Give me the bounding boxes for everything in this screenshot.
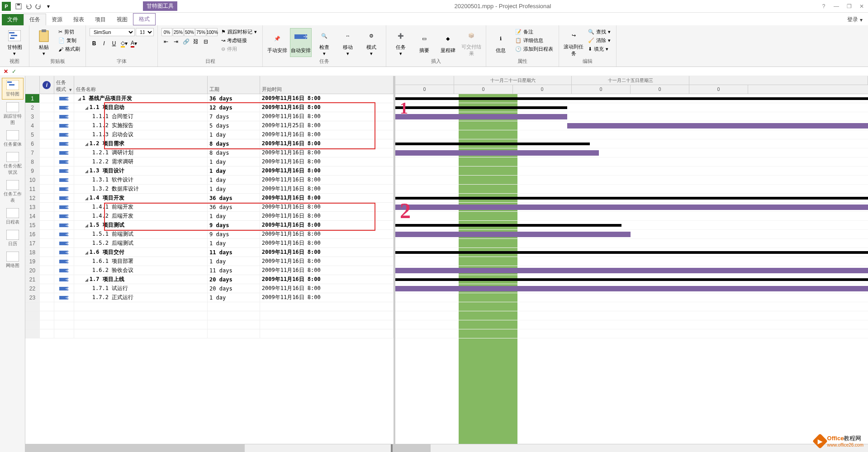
row-mode[interactable] xyxy=(54,221,74,229)
row-mode[interactable] xyxy=(54,176,74,184)
viewbar-task-sheet[interactable]: 任务工作表 xyxy=(2,178,24,205)
task-bar[interactable] xyxy=(395,205,868,210)
font-size-select[interactable]: 11 xyxy=(136,28,154,36)
paste-button[interactable]: 粘贴▾ xyxy=(33,28,55,57)
add-to-timeline-button[interactable]: 🕒添加到日程表 xyxy=(513,45,555,53)
row-start[interactable]: 2009年11月16日 8:00 xyxy=(260,284,394,293)
table-row[interactable]: 81.2.2 需求调研1 day2009年11月16日 8:00 xyxy=(25,157,394,167)
row-mode[interactable] xyxy=(54,103,74,112)
row-name[interactable]: 1.2.2 需求调研 xyxy=(74,157,208,166)
table-row[interactable]: 131.4.1 前端开发36 days2009年11月16日 8:00 xyxy=(25,203,394,212)
table-row[interactable]: 21◢1.7 项目上线20 days2009年11月16日 8:00 xyxy=(25,275,394,284)
row-number[interactable]: 22 xyxy=(25,284,40,293)
row-number[interactable]: 2 xyxy=(25,103,40,112)
row-duration[interactable]: 11 days xyxy=(208,266,260,275)
row-start[interactable]: 2009年11月16日 8:00 xyxy=(260,203,394,211)
link-button[interactable]: 🔗 xyxy=(181,37,190,46)
clear-button[interactable]: 🧹清除▾ xyxy=(586,37,612,44)
auto-schedule-button[interactable]: 自动安排 xyxy=(290,28,312,57)
details-button[interactable]: 📋详细信息 xyxy=(513,37,555,44)
row-duration[interactable]: 1 day xyxy=(208,257,260,266)
tab-resource[interactable]: 资源 xyxy=(46,14,68,25)
row-start[interactable]: 2009年11月16日 8:00 xyxy=(260,185,394,193)
header-info[interactable]: i xyxy=(40,76,54,94)
row-name[interactable]: ◢1.1 项目启动 xyxy=(74,103,208,112)
row-mode[interactable] xyxy=(54,148,74,157)
viewbar-calendar[interactable]: 日历 xyxy=(2,228,24,249)
table-row[interactable]: 231.7.2 正式运行1 day2009年11月16日 8:00 xyxy=(25,293,394,302)
table-row[interactable]: 161.5.1 前端测试9 days2009年11月16日 8:00 xyxy=(25,230,394,239)
table-row[interactable]: 15◢1.5 项目测试9 days2009年11月16日 8:00 xyxy=(25,221,394,230)
respect-links-button[interactable]: ↝考虑链接 xyxy=(219,37,259,44)
table-row[interactable]: 221.7.1 试运行20 days2009年11月16日 8:00 xyxy=(25,284,394,293)
table-row[interactable]: 191.6.1 项目部署1 day2009年11月16日 8:00 xyxy=(25,257,394,266)
summary-bar[interactable] xyxy=(395,197,868,200)
row-start[interactable]: 2009年11月16日 8:00 xyxy=(260,194,394,202)
redo-button[interactable] xyxy=(34,2,43,10)
login-button[interactable]: 登录 ▾ xyxy=(842,14,868,25)
row-name[interactable]: 1.7.2 正式运行 xyxy=(74,293,208,302)
row-duration[interactable]: 1 day xyxy=(208,185,260,193)
scroll-to-task-button[interactable]: ↪滚动到任务 xyxy=(563,28,584,57)
task-bar[interactable] xyxy=(395,286,868,291)
pct-75-button[interactable]: 75% xyxy=(195,28,206,36)
task-bar[interactable] xyxy=(395,268,868,273)
row-duration[interactable]: 1 day xyxy=(208,176,260,184)
bold-button[interactable]: B xyxy=(90,39,99,48)
row-mode[interactable] xyxy=(54,284,74,293)
row-number[interactable]: 9 xyxy=(25,167,40,175)
task-bar[interactable] xyxy=(395,232,631,237)
deliverable-button[interactable]: 📦可交付结果 xyxy=(460,28,482,57)
mode-button[interactable]: ⚙模式▾ xyxy=(360,28,382,57)
row-number[interactable]: 7 xyxy=(25,148,40,157)
table-row[interactable]: 101.3.1 软件设计1 day2009年11月16日 8:00 xyxy=(25,176,394,185)
row-mode[interactable] xyxy=(54,275,74,284)
table-row[interactable]: 171.5.2 后端测试1 day2009年11月16日 8:00 xyxy=(25,239,394,248)
row-duration[interactable]: 1 day xyxy=(208,239,260,247)
gantt-chart[interactable]: 十一月二十一日星期六 十一月二十五日星期三 000000 1 2 xyxy=(395,76,868,444)
row-number[interactable]: 5 xyxy=(25,130,40,139)
row-mode[interactable] xyxy=(54,185,74,193)
mark-on-track-button[interactable]: ⚑跟踪时标记▾ xyxy=(219,28,259,36)
row-duration[interactable]: 36 days xyxy=(208,194,260,202)
row-number[interactable]: 3 xyxy=(25,112,40,121)
undo-button[interactable] xyxy=(24,2,33,10)
insert-task-button[interactable]: ➕任务▾ xyxy=(390,28,412,57)
row-start[interactable]: 2009年11月16日 8:00 xyxy=(260,230,394,238)
row-mode[interactable] xyxy=(54,112,74,121)
summary-bar[interactable] xyxy=(395,278,868,281)
inspect-button[interactable]: 🔍检查▾ xyxy=(313,28,335,57)
font-family-select[interactable]: SimSun xyxy=(90,28,135,36)
row-number[interactable]: 6 xyxy=(25,139,40,148)
italic-button[interactable]: I xyxy=(100,39,109,48)
inactivate-button[interactable]: ⊖停用 xyxy=(219,45,259,53)
unlink-button[interactable]: ⛓ xyxy=(191,37,200,46)
row-start[interactable]: 2009年11月16日 8:00 xyxy=(260,94,394,103)
outdent-button[interactable]: ⇤ xyxy=(161,37,171,46)
row-duration[interactable]: 1 day xyxy=(208,157,260,166)
row-duration[interactable]: 9 days xyxy=(208,230,260,238)
table-row[interactable]: 51.1.3 启动会议1 day2009年11月16日 8:00 xyxy=(25,130,394,139)
table-row[interactable]: 31.1.1 合同签订7 days2009年11月16日 8:00 xyxy=(25,112,394,121)
row-duration[interactable]: 5 days xyxy=(208,121,260,130)
table-row[interactable]: 41.1.2 实施报告5 days2009年11月25日 8:00 xyxy=(25,121,394,130)
table-row[interactable]: 111.3.2 数据库设计1 day2009年11月16日 8:00 xyxy=(25,185,394,194)
restore-button[interactable]: ❐ xyxy=(844,2,854,11)
minimize-button[interactable]: — xyxy=(832,2,841,11)
row-start[interactable]: 2009年11月16日 8:00 xyxy=(260,112,394,121)
move-button[interactable]: ↔移动▾ xyxy=(337,28,359,57)
row-start[interactable]: 2009年11月16日 8:00 xyxy=(260,130,394,139)
row-mode[interactable] xyxy=(54,121,74,130)
close-button[interactable]: ✕ xyxy=(857,2,866,11)
fill-button[interactable]: ⬇填充▾ xyxy=(586,45,612,53)
gantt-chart-button[interactable]: 甘特图▾ xyxy=(4,28,25,57)
row-name[interactable]: 1.5.1 前端测试 xyxy=(74,230,208,238)
save-button[interactable] xyxy=(14,2,23,10)
table-row[interactable]: 201.6.2 验收会议11 days2009年11月16日 8:00 xyxy=(25,266,394,275)
row-start[interactable]: 2009年11月16日 8:00 xyxy=(260,148,394,157)
row-mode[interactable] xyxy=(54,139,74,148)
summary-bar[interactable] xyxy=(395,224,621,227)
pct-100-button[interactable]: 100% xyxy=(207,28,218,36)
gantt-body[interactable] xyxy=(395,94,868,444)
viewbar-tracking-gantt[interactable]: 跟踪甘特图 xyxy=(2,100,24,128)
